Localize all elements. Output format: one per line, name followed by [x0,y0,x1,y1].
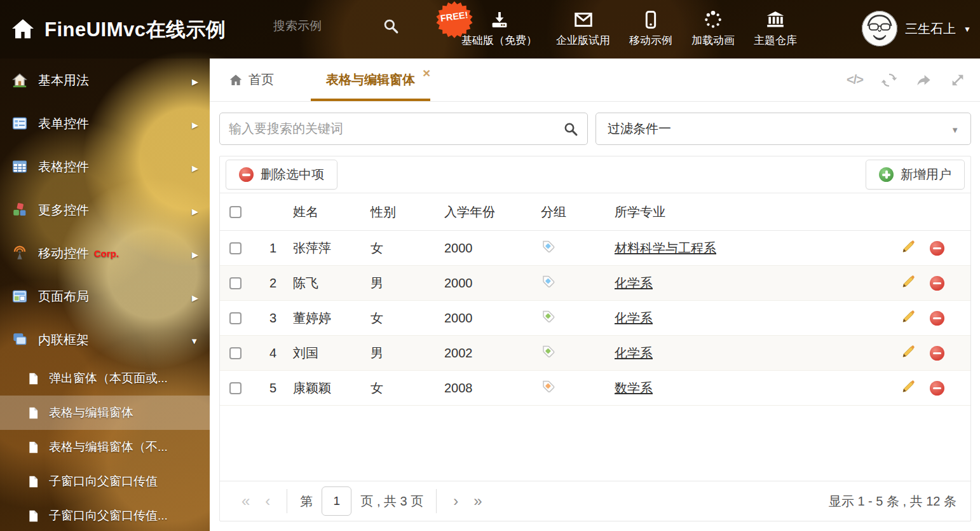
row-checkbox[interactable] [229,347,242,359]
frames-icon [11,331,28,348]
major-link[interactable]: 化学系 [615,276,653,290]
row-major-cell: 材料科学与工程系 [607,240,893,257]
header-search-input[interactable] [273,19,375,33]
delete-row-icon[interactable] [930,346,944,361]
tab-home[interactable]: 首页 [229,59,274,101]
sidebar-subitem[interactable]: 子窗口向父窗口传值 [0,464,210,499]
nav-label: 移动示例 [629,33,672,48]
row-year: 2000 [437,276,533,291]
row-gender: 女 [363,240,437,257]
sidebar-item[interactable]: 表格控件 [0,145,210,188]
row-year: 2008 [437,381,533,396]
row-check-cell [220,312,250,324]
row-index: 5 [250,381,285,396]
row-checkbox[interactable] [229,242,242,254]
delete-selected-button[interactable]: 删除选中项 [226,160,337,190]
nav-label: 基础版（免费） [461,33,537,48]
edit-pencil-icon[interactable] [901,274,916,293]
sidebar-item[interactable]: 内联框架 [0,318,210,361]
edit-pencil-icon[interactable] [901,379,916,397]
prev-page-icon[interactable] [257,493,278,509]
sidebar-item-label: 表格控件 [38,158,89,176]
sidebar-item[interactable]: 基本用法 [0,59,210,102]
code-icon[interactable]: </> [847,72,863,88]
next-page-icon[interactable] [446,493,466,509]
search-icon[interactable] [563,121,578,137]
filter-dropdown[interactable]: 过滤条件一 [595,113,971,145]
row-gender: 女 [363,380,437,397]
app-home-icon[interactable] [10,17,36,42]
delete-row-icon[interactable] [930,276,944,291]
row-checkbox[interactable] [229,382,242,394]
header-nav-item[interactable]: 基础版（免费） [461,8,537,48]
page-suffix: 页 , 共 3 页 [360,493,423,510]
sidebar-item-label: 页面布局 [38,288,89,305]
row-gender: 女 [363,310,437,327]
search-icon[interactable] [383,18,399,34]
sidebar-subitem[interactable]: 表格与编辑窗体（不... [0,430,210,464]
delete-row-icon[interactable] [930,381,944,396]
sidebar-subitem-label: 表格与编辑窗体 [49,404,133,421]
expand-icon[interactable] [949,72,966,88]
envelope-icon [573,8,594,31]
delete-row-icon[interactable] [930,311,944,326]
row-checkbox[interactable] [229,277,242,289]
row-gender: 男 [363,345,437,362]
page-number-input[interactable] [322,486,351,516]
form-icon [11,115,28,132]
edit-pencil-icon[interactable] [901,309,916,328]
sidebar-subitem[interactable]: 弹出窗体（本页面或... [0,361,210,396]
row-checkbox[interactable] [229,312,242,324]
row-check-cell [220,242,250,254]
add-user-button[interactable]: 新增用户 [866,160,965,190]
sidebar-item[interactable]: 页面布局 [0,275,210,318]
column-header: 姓名 [285,203,363,221]
tab-home-label: 首页 [248,71,274,88]
major-link[interactable]: 化学系 [615,346,653,360]
tab-active-label: 表格与编辑窗体 [326,71,415,88]
major-link[interactable]: 数学系 [615,381,653,395]
major-link[interactable]: 材料科学与工程系 [615,241,716,255]
share-icon[interactable] [915,72,932,88]
user-menu[interactable]: 三生石上 [862,11,971,46]
edit-pencil-icon[interactable] [901,344,916,362]
row-year: 2000 [437,311,533,326]
tab-active[interactable]: 表格与编辑窗体 [311,59,430,101]
chevron-right-icon [192,73,198,88]
table-icon [11,158,28,175]
select-all-checkbox[interactable] [229,206,242,218]
sidebar-subitem[interactable]: 表格与编辑窗体 [0,396,210,430]
header-nav-item[interactable]: 移动示例 [629,8,672,48]
header-search [273,19,375,33]
header-nav-item[interactable]: 加载动画 [691,8,735,48]
delete-row-icon[interactable] [930,241,944,256]
chevron-right-icon [192,203,198,217]
app-header: FineUIMvc在线示例 FREE! 基础版（免费）企业版试用移动示例加载动画… [0,0,980,59]
sidebar-item[interactable]: 移动控件Corp. [0,231,210,275]
sidebar-subitem[interactable]: 子窗口向父窗口传值... [0,499,210,531]
sidebar-item[interactable]: 更多控件 [0,188,210,231]
header-nav-item[interactable]: 企业版试用 [556,8,610,48]
header-nav-item[interactable]: 主题仓库 [754,8,797,48]
sidebar-item-label: 移动控件 [38,245,89,262]
column-header: 分组 [533,203,607,221]
keyword-search-input[interactable] [229,121,563,136]
edit-pencil-icon[interactable] [901,239,916,258]
tab-close-icon[interactable] [423,66,434,78]
row-name: 刘国 [285,345,363,362]
first-page-icon[interactable] [234,493,257,509]
chevron-right-icon [192,289,198,304]
last-page-icon[interactable] [466,493,489,509]
sidebar-subitem-label: 弹出窗体（本页面或... [49,370,168,387]
row-tag-cell [533,344,607,362]
sidebar-item-label: 更多控件 [38,202,89,219]
chevron-right-icon [192,246,198,261]
chevron-down-icon [963,23,971,34]
divider [287,489,287,513]
refresh-icon[interactable] [881,72,897,88]
table-row: 4刘国男2002化学系 [220,336,970,371]
row-major-cell: 化学系 [607,275,893,292]
chevron-right-icon [192,160,198,174]
sidebar-item[interactable]: 表单控件 [0,102,210,145]
major-link[interactable]: 化学系 [615,311,653,325]
